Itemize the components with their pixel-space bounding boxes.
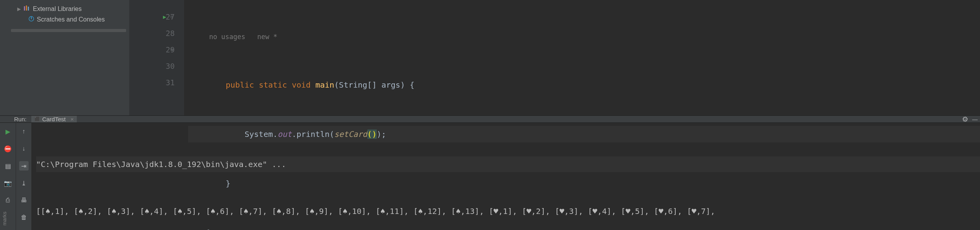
hide-icon[interactable]: —: [972, 116, 978, 122]
run-header: Run: ⬛ CardTest × ⚙ —: [0, 116, 980, 123]
fold-open-icon[interactable]: ⊟: [170, 9, 173, 25]
down-icon[interactable]: ↓: [19, 144, 29, 153]
scratch-icon: [28, 16, 34, 23]
sidebar-item-scratches[interactable]: Scratches and Consoles: [0, 14, 129, 25]
svg-rect-4: [31, 17, 32, 19]
tree-item-label: External Libraries: [33, 5, 82, 13]
code-editor[interactable]: ▶27⊟ 28 29⊟ 30 31 no usages new * public…: [129, 0, 980, 115]
up-icon[interactable]: ↑: [19, 127, 29, 136]
project-sidebar[interactable]: ▶ External Libraries Scratches and Conso…: [0, 0, 129, 115]
library-icon: [24, 5, 31, 13]
stop-button[interactable]: ⛔: [3, 144, 13, 153]
scroll-end-button[interactable]: ⤓: [19, 178, 29, 188]
code-area[interactable]: no usages new * public static void main(…: [184, 0, 980, 115]
run-tool-window: Run: ⬛ CardTest × ⚙ — ▶ ⛔ ▤ 📷 ⎙ ↑ ↓ ⇥ ⤓ …: [0, 115, 980, 230]
soft-wrap-button[interactable]: ⇥: [19, 161, 29, 171]
run-toolbar-secondary: ↑ ↓ ⇥ ⤓ 🖶 🗑: [16, 123, 31, 230]
rerun-button[interactable]: ▶: [3, 127, 13, 136]
console-line: "C:\Program Files\Java\jdk1.8.0_192\bin\…: [36, 156, 980, 172]
line-number: 28: [166, 29, 175, 38]
layout-button[interactable]: ▤: [3, 161, 13, 171]
run-tab-label: CardTest: [42, 116, 66, 122]
print-icon[interactable]: 🖶: [19, 196, 29, 205]
svg-rect-2: [28, 7, 29, 11]
editor-gutter[interactable]: ▶27⊟ 28 29⊟ 30 31: [129, 0, 184, 115]
sidebar-item-external-libraries[interactable]: ▶ External Libraries: [0, 4, 129, 14]
run-gutter-icon[interactable]: ▶: [163, 9, 166, 25]
pin-icon[interactable]: ⎙: [3, 196, 13, 205]
svg-rect-0: [24, 6, 25, 11]
console-output[interactable]: "C:\Program Files\Java\jdk1.8.0_192\bin\…: [31, 123, 980, 230]
run-panel-label: Run:: [14, 116, 27, 122]
sidebar-scrollbar[interactable]: [11, 29, 126, 32]
camera-icon[interactable]: 📷: [3, 178, 13, 188]
tree-item-label: Scratches and Consoles: [37, 16, 105, 23]
chevron-right-icon: ▶: [17, 6, 21, 12]
gear-icon[interactable]: ⚙: [962, 115, 968, 124]
run-tab[interactable]: ⬛ CardTest ×: [31, 116, 77, 122]
close-icon[interactable]: ×: [71, 116, 74, 122]
fold-close-icon[interactable]: ⊟: [170, 41, 173, 58]
bookmarks-tool-button[interactable]: marks: [1, 209, 8, 228]
line-number: 30: [166, 62, 175, 70]
run-config-icon: ⬛: [34, 117, 40, 122]
code-line[interactable]: public static void main(String[] args) {: [188, 77, 980, 93]
svg-rect-1: [26, 5, 27, 11]
usage-hint[interactable]: no usages new *: [188, 33, 980, 44]
console-line: [[♠,1], [♠,2], [♠,3], [♠,4], [♠,5], [♠,6…: [36, 203, 980, 219]
line-number: 31: [166, 78, 175, 87]
trash-icon[interactable]: 🗑: [19, 213, 29, 222]
